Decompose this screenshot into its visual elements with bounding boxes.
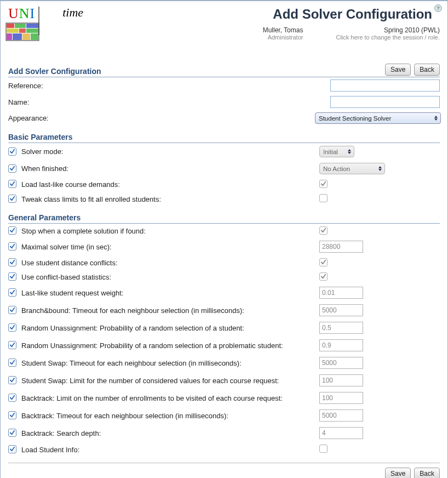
include-checkbox[interactable] bbox=[8, 258, 18, 267]
logo[interactable]: UNI time bbox=[8, 7, 83, 47]
param-row: Tweak class limits to fit all enrolled s… bbox=[8, 191, 440, 207]
param-control: Initial bbox=[319, 146, 440, 157]
param-row: Student Swap: Limit for the number of co… bbox=[8, 372, 440, 389]
param-value-checkbox[interactable] bbox=[319, 194, 328, 204]
param-input[interactable] bbox=[319, 339, 363, 351]
param-control bbox=[319, 427, 440, 439]
session-hint: Click here to change the session / role. bbox=[336, 34, 440, 41]
help-icon[interactable]: ? bbox=[434, 4, 442, 12]
row-appearance: Appearance: Student Sectioning Solver bbox=[8, 110, 440, 126]
param-label: Use conflict-based statistics: bbox=[21, 273, 316, 281]
param-row: Backtrack: Limit on the number of enroll… bbox=[8, 389, 440, 407]
include-checkbox[interactable] bbox=[8, 226, 18, 235]
save-button-bottom[interactable]: Save bbox=[385, 468, 411, 478]
reference-label: Reference: bbox=[8, 82, 315, 90]
param-label: Tweak class limits to fit all enrolled s… bbox=[21, 195, 316, 203]
svg-rect-2 bbox=[15, 24, 26, 28]
save-button[interactable]: Save bbox=[385, 64, 411, 76]
svg-rect-5 bbox=[19, 29, 26, 33]
general-heading: General Parameters bbox=[8, 213, 440, 224]
back-button[interactable]: Back bbox=[414, 64, 440, 76]
include-checkbox[interactable] bbox=[8, 180, 18, 189]
param-value-checkbox[interactable] bbox=[319, 258, 328, 267]
form-section-title: Add Sovler Configuration bbox=[8, 67, 101, 76]
param-row: When finished: No Action bbox=[8, 160, 440, 177]
page-header: UNI time bbox=[8, 7, 440, 47]
param-row: Use student distance conflicts: bbox=[8, 255, 440, 270]
svg-rect-10 bbox=[31, 33, 38, 40]
param-input[interactable] bbox=[319, 409, 363, 422]
param-input[interactable] bbox=[319, 304, 363, 316]
param-input[interactable] bbox=[319, 287, 363, 299]
param-label: Student Swap: Timeout for each neighbour… bbox=[21, 359, 316, 367]
svg-rect-6 bbox=[26, 29, 38, 33]
param-control bbox=[319, 357, 440, 369]
param-label: Backtrack: Search depth: bbox=[21, 429, 316, 437]
divider bbox=[8, 463, 440, 463]
include-checkbox[interactable] bbox=[8, 164, 18, 173]
param-row: Branch&bound: Timeout for each neighbour… bbox=[8, 301, 440, 319]
row-name: Name: bbox=[8, 94, 440, 110]
svg-rect-9 bbox=[22, 33, 30, 40]
param-control bbox=[319, 374, 440, 386]
param-input[interactable] bbox=[319, 241, 363, 253]
param-row: Use conflict-based statistics: bbox=[8, 270, 440, 284]
include-checkbox[interactable] bbox=[8, 323, 18, 332]
param-control bbox=[319, 287, 440, 299]
svg-rect-3 bbox=[26, 24, 38, 28]
param-row: Stop when a complete solution if found: bbox=[8, 224, 440, 238]
appearance-select[interactable]: Student Sectioning Solver bbox=[315, 112, 441, 124]
include-checkbox[interactable] bbox=[8, 147, 18, 156]
include-checkbox[interactable] bbox=[8, 272, 18, 281]
param-control bbox=[319, 272, 440, 281]
include-checkbox[interactable] bbox=[8, 306, 18, 315]
param-input[interactable] bbox=[319, 322, 363, 334]
session-name: Spring 2010 (PWL) bbox=[336, 26, 440, 34]
include-checkbox[interactable] bbox=[8, 242, 18, 251]
param-input[interactable] bbox=[319, 374, 363, 386]
param-control bbox=[319, 226, 440, 235]
param-control bbox=[319, 180, 440, 189]
form-section-header: Add Sovler Configuration Save Back bbox=[8, 64, 440, 77]
user-block[interactable]: Muller, Tomas Administrator bbox=[263, 26, 303, 41]
param-value-checkbox[interactable] bbox=[319, 445, 328, 454]
param-select[interactable]: Initial bbox=[319, 146, 354, 157]
include-checkbox[interactable] bbox=[8, 358, 18, 367]
include-checkbox[interactable] bbox=[8, 376, 18, 385]
param-label: Random Unassignment: Probability of a ra… bbox=[21, 324, 316, 332]
reference-input[interactable] bbox=[330, 79, 440, 92]
param-value-checkbox[interactable] bbox=[319, 226, 328, 235]
param-label: Use student distance conflicts: bbox=[21, 259, 316, 267]
include-checkbox[interactable] bbox=[8, 411, 18, 420]
param-input[interactable] bbox=[319, 357, 363, 369]
param-label: Backtrack: Timeout for each neighbour se… bbox=[21, 412, 316, 420]
basic-heading: Basic Parameters bbox=[8, 133, 440, 143]
param-select[interactable]: No Action bbox=[319, 163, 385, 174]
param-value-checkbox[interactable] bbox=[319, 272, 328, 281]
param-row: Student Swap: Timeout for each neighbour… bbox=[8, 354, 440, 372]
param-label: Solver mode: bbox=[21, 147, 316, 156]
include-checkbox[interactable] bbox=[8, 394, 18, 402]
param-input[interactable] bbox=[319, 427, 363, 439]
param-label: Load last-like course demands: bbox=[21, 180, 316, 189]
name-label: Name: bbox=[8, 98, 315, 106]
param-label: Backtrack: Limit on the number of enroll… bbox=[21, 394, 316, 402]
param-row: Solver mode: Initial bbox=[8, 143, 440, 160]
param-input[interactable] bbox=[319, 392, 363, 404]
include-checkbox[interactable] bbox=[8, 429, 18, 437]
param-row: Maximal solver time (in sec): bbox=[8, 238, 440, 255]
param-label: Last-like student request weight: bbox=[21, 289, 316, 297]
name-input[interactable] bbox=[330, 96, 440, 108]
include-checkbox[interactable] bbox=[8, 288, 18, 297]
param-control bbox=[319, 258, 440, 267]
session-block[interactable]: Spring 2010 (PWL) Click here to change t… bbox=[336, 26, 440, 41]
param-value-checkbox[interactable] bbox=[319, 180, 328, 189]
param-control bbox=[319, 409, 440, 422]
param-label: When finished: bbox=[21, 164, 316, 173]
include-checkbox[interactable] bbox=[8, 445, 18, 454]
back-button-bottom[interactable]: Back bbox=[414, 468, 440, 478]
param-row: Random Unassignment: Probability of a ra… bbox=[8, 319, 440, 337]
param-row: Load last-like course demands: bbox=[8, 177, 440, 191]
include-checkbox[interactable] bbox=[8, 195, 18, 203]
include-checkbox[interactable] bbox=[8, 341, 18, 350]
